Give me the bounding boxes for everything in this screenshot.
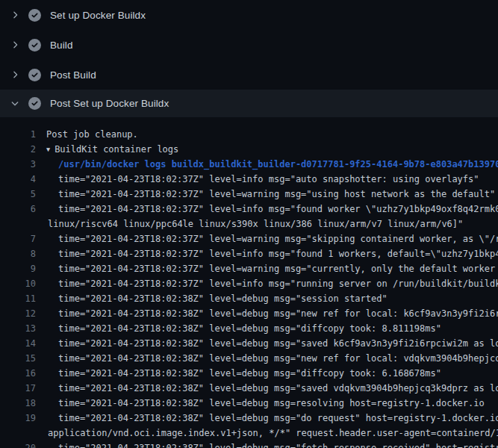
log-command-text: /usr/bin/docker logs buildx_buildkit_bui… (58, 157, 498, 172)
log-line: 17time="2021-04-23T18:02:38Z" level=debu… (0, 381, 498, 396)
line-number[interactable]: 4 (0, 172, 36, 187)
log-line: 13time="2021-04-23T18:02:38Z" level=debu… (0, 321, 498, 336)
log-text: time="2021-04-23T18:02:37Z" level=warnin… (58, 187, 495, 202)
line-number[interactable]: 19 (0, 411, 36, 426)
log-text-content: time="2021-04-23T18:02:37Z" level=warnin… (58, 264, 498, 274)
steps-list: Set up Docker BuildxBuildPost BuildPost … (0, 0, 498, 117)
log-text: Post job cleanup. (46, 127, 138, 142)
log-text: time="2021-04-23T18:02:37Z" level=info m… (58, 246, 498, 261)
log-text-content: BuildKit container logs (55, 144, 178, 155)
log-line: 1Post job cleanup. (0, 127, 498, 142)
check-circle-icon (28, 39, 41, 52)
log-text-content: time="2021-04-23T18:02:38Z" level=debug … (58, 323, 441, 334)
log-line: 14time="2021-04-23T18:02:38Z" level=debu… (0, 336, 498, 351)
chevron-right-icon (10, 69, 20, 80)
log-line: 11time="2021-04-23T18:02:38Z" level=debu… (0, 291, 498, 306)
log-text: application/vnd.oci.image.index.v1+json,… (48, 426, 498, 441)
line-number[interactable]: 15 (0, 351, 36, 366)
log-text: linux/riscv64 linux/ppc64le linux/s390x … (48, 217, 463, 231)
log-text-content: Post job cleanup. (46, 129, 138, 140)
log-text-content: time="2021-04-23T18:02:38Z" level=debug … (58, 353, 498, 364)
log-text-content: time="2021-04-23T18:02:37Z" level=warnin… (58, 234, 498, 244)
log-text: time="2021-04-23T18:02:38Z" level=debug … (58, 306, 498, 321)
log-line: 4time="2021-04-23T18:02:37Z" level=info … (0, 172, 498, 187)
log-text-content: time="2021-04-23T18:02:37Z" level=info m… (58, 279, 498, 289)
check-circle-icon (28, 97, 41, 110)
log-text: time="2021-04-23T18:02:38Z" level=debug … (58, 411, 498, 426)
log-text-content: time="2021-04-23T18:02:37Z" level=info m… (58, 174, 479, 184)
log-text-content: application/vnd.oci.image.index.v1+json,… (48, 428, 498, 438)
log-text: time="2021-04-23T18:02:38Z" level=debug … (58, 336, 498, 351)
log-line: 3/usr/bin/docker logs buildx_buildkit_bu… (0, 157, 498, 172)
log-text: time="2021-04-23T18:02:37Z" level=warnin… (58, 261, 498, 276)
log-text-content: time="2021-04-23T18:02:37Z" level=info m… (58, 204, 498, 214)
log-text: time="2021-04-23T18:02:38Z" level=debug … (58, 366, 441, 381)
check-circle-icon (28, 69, 41, 81)
step-label: Set up Docker Buildx (50, 10, 146, 21)
line-number[interactable]: 7 (0, 231, 36, 246)
line-number[interactable]: 14 (0, 336, 36, 351)
log-line: 12time="2021-04-23T18:02:38Z" level=debu… (0, 306, 498, 321)
log-text-content: time="2021-04-23T18:02:38Z" level=debug … (58, 398, 485, 408)
log-line: 6time="2021-04-23T18:02:37Z" level=info … (0, 202, 498, 217)
log-text: time="2021-04-23T18:02:38Z" level=debug … (58, 381, 498, 396)
line-number[interactable]: 9 (0, 261, 36, 276)
line-number[interactable]: 13 (0, 321, 36, 336)
line-number[interactable]: 1 (0, 127, 36, 142)
line-number (0, 426, 36, 441)
log-text-content: time="2021-04-23T18:02:38Z" level=debug … (58, 293, 387, 304)
actions-log-viewer: Set up Docker BuildxBuildPost BuildPost … (0, 0, 498, 448)
log-text-content: time="2021-04-23T18:02:37Z" level=warnin… (58, 189, 495, 199)
line-number[interactable]: 3 (0, 157, 36, 172)
step-label: Build (50, 40, 73, 51)
log-text: time="2021-04-23T18:02:38Z" level=debug … (58, 291, 387, 306)
line-number[interactable]: 8 (0, 246, 36, 261)
log-text-content: time="2021-04-23T18:02:38Z" level=debug … (58, 368, 441, 379)
log-line: 8time="2021-04-23T18:02:37Z" level=info … (0, 246, 498, 261)
line-number[interactable]: 6 (0, 202, 36, 217)
log-line: 10time="2021-04-23T18:02:37Z" level=info… (0, 276, 498, 291)
log-text-content: time="2021-04-23T18:02:38Z" level=debug … (58, 383, 498, 393)
log-text-content: time="2021-04-23T18:02:38Z" level=debug … (58, 308, 498, 319)
log-text: time="2021-04-23T18:02:38Z" level=debug … (58, 441, 498, 448)
step-row-set-up-docker-buildx[interactable]: Set up Docker Buildx (0, 0, 498, 30)
step-label: Post Build (50, 69, 96, 81)
line-number (0, 217, 36, 231)
log-group-line: 2▼BuildKit container logs (0, 142, 498, 157)
log-line: 18time="2021-04-23T18:02:38Z" level=debu… (0, 396, 498, 411)
log-line: 5time="2021-04-23T18:02:37Z" level=warni… (0, 187, 498, 202)
log-line-continuation: linux/riscv64 linux/ppc64le linux/s390x … (0, 217, 498, 231)
log-text: time="2021-04-23T18:02:37Z" level=info m… (58, 276, 498, 291)
step-label: Post Set up Docker Buildx (50, 98, 169, 109)
log-text[interactable]: ▼BuildKit container logs (46, 142, 178, 157)
log-text: time="2021-04-23T18:02:38Z" level=debug … (58, 396, 485, 411)
log-text: time="2021-04-23T18:02:38Z" level=debug … (58, 351, 498, 366)
log-text-content: time="2021-04-23T18:02:38Z" level=debug … (58, 443, 498, 448)
log-text-content: time="2021-04-23T18:02:37Z" level=info m… (58, 249, 498, 259)
chevron-right-icon (10, 10, 20, 20)
step-row-post-build[interactable]: Post Build (0, 60, 498, 90)
line-number[interactable]: 10 (0, 276, 36, 291)
chevron-down-icon (10, 99, 20, 109)
log-text: time="2021-04-23T18:02:37Z" level=info m… (58, 202, 498, 217)
log-text-content: time="2021-04-23T18:02:38Z" level=debug … (58, 338, 498, 349)
check-circle-icon (28, 9, 41, 22)
line-number[interactable]: 17 (0, 381, 36, 396)
line-number[interactable]: 12 (0, 306, 36, 321)
group-collapse-triangle-icon[interactable]: ▼ (46, 142, 50, 157)
log-text: time="2021-04-23T18:02:37Z" level=warnin… (58, 231, 498, 246)
step-row-build[interactable]: Build (0, 30, 498, 60)
step-row-post-set-up-docker-buildx[interactable]: Post Set up Docker Buildx (0, 90, 498, 117)
log-text-content: time="2021-04-23T18:02:38Z" level=debug … (58, 413, 498, 423)
line-number[interactable]: 2 (0, 142, 36, 157)
line-number[interactable]: 16 (0, 366, 36, 381)
line-number[interactable]: 11 (0, 291, 36, 306)
log-text: time="2021-04-23T18:02:37Z" level=info m… (58, 172, 479, 187)
chevron-right-icon (10, 40, 20, 50)
log-line: 15time="2021-04-23T18:02:38Z" level=debu… (0, 351, 498, 366)
line-number[interactable]: 5 (0, 187, 36, 202)
log-line: 9time="2021-04-23T18:02:37Z" level=warni… (0, 261, 498, 276)
log-line-continuation: application/vnd.oci.image.index.v1+json,… (0, 426, 498, 441)
line-number[interactable]: 18 (0, 396, 36, 411)
line-number[interactable]: 20 (0, 441, 36, 448)
